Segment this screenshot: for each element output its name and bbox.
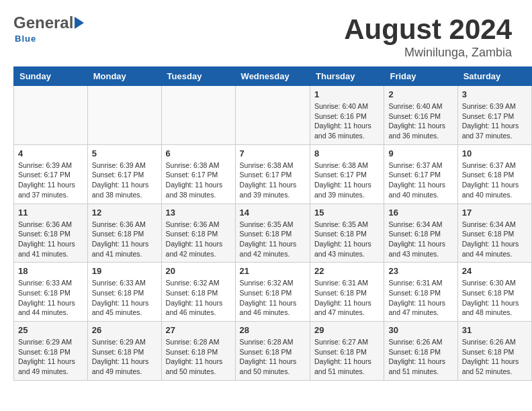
calendar-wrapper: Sunday Monday Tuesday Wednesday Thursday… xyxy=(0,66,532,387)
calendar-header-row: Sunday Monday Tuesday Wednesday Thursday… xyxy=(14,67,532,86)
title-section: August 2024 Mwinilunga, Zambia xyxy=(344,13,512,60)
day-info: Sunrise: 6:40 AM Sunset: 6:16 PM Dayligh… xyxy=(388,101,453,141)
table-row: 12Sunrise: 6:36 AM Sunset: 6:18 PM Dayli… xyxy=(87,203,161,263)
table-row: 22Sunrise: 6:31 AM Sunset: 6:18 PM Dayli… xyxy=(310,263,384,322)
day-number: 26 xyxy=(92,325,157,335)
day-info: Sunrise: 6:36 AM Sunset: 6:18 PM Dayligh… xyxy=(18,220,83,259)
table-row: 6Sunrise: 6:38 AM Sunset: 6:17 PM Daylig… xyxy=(161,144,235,203)
table-row: 17Sunrise: 6:34 AM Sunset: 6:18 PM Dayli… xyxy=(457,203,531,263)
page-header: General Blue August 2024 Mwinilunga, Zam… xyxy=(0,0,532,66)
day-info: Sunrise: 6:37 AM Sunset: 6:18 PM Dayligh… xyxy=(462,161,527,200)
day-info: Sunrise: 6:35 AM Sunset: 6:18 PM Dayligh… xyxy=(314,220,380,259)
day-info: Sunrise: 6:34 AM Sunset: 6:18 PM Dayligh… xyxy=(462,220,527,259)
logo-general-text: General xyxy=(13,13,73,32)
day-info: Sunrise: 6:38 AM Sunset: 6:17 PM Dayligh… xyxy=(314,161,380,200)
day-number: 14 xyxy=(240,208,306,218)
header-sunday: Sunday xyxy=(14,67,88,86)
day-info: Sunrise: 6:35 AM Sunset: 6:18 PM Dayligh… xyxy=(240,220,306,259)
day-info: Sunrise: 6:39 AM Sunset: 6:17 PM Dayligh… xyxy=(92,161,157,200)
table-row: 8Sunrise: 6:38 AM Sunset: 6:17 PM Daylig… xyxy=(310,144,384,203)
table-row: 3Sunrise: 6:39 AM Sunset: 6:17 PM Daylig… xyxy=(457,86,531,145)
day-number: 11 xyxy=(18,208,83,218)
header-wednesday: Wednesday xyxy=(235,67,310,86)
day-number: 2 xyxy=(388,89,453,99)
day-info: Sunrise: 6:28 AM Sunset: 6:18 PM Dayligh… xyxy=(240,337,306,377)
day-number: 1 xyxy=(314,89,380,99)
day-info: Sunrise: 6:26 AM Sunset: 6:18 PM Dayligh… xyxy=(462,337,527,377)
day-info: Sunrise: 6:26 AM Sunset: 6:18 PM Dayligh… xyxy=(388,337,453,377)
day-info: Sunrise: 6:31 AM Sunset: 6:18 PM Dayligh… xyxy=(388,278,453,318)
logo-blue-text: Blue xyxy=(15,34,36,44)
day-number: 17 xyxy=(462,208,527,218)
table-row: 15Sunrise: 6:35 AM Sunset: 6:18 PM Dayli… xyxy=(310,203,384,263)
day-number: 21 xyxy=(240,266,306,276)
table-row: 23Sunrise: 6:31 AM Sunset: 6:18 PM Dayli… xyxy=(384,263,457,322)
day-info: Sunrise: 6:38 AM Sunset: 6:17 PM Dayligh… xyxy=(240,161,306,200)
day-info: Sunrise: 6:39 AM Sunset: 6:17 PM Dayligh… xyxy=(462,101,527,141)
day-info: Sunrise: 6:29 AM Sunset: 6:18 PM Dayligh… xyxy=(18,337,83,377)
day-info: Sunrise: 6:31 AM Sunset: 6:18 PM Dayligh… xyxy=(314,278,380,318)
calendar-week-3: 11Sunrise: 6:36 AM Sunset: 6:18 PM Dayli… xyxy=(14,203,532,263)
table-row: 28Sunrise: 6:28 AM Sunset: 6:18 PM Dayli… xyxy=(235,322,310,381)
day-number: 20 xyxy=(166,266,231,276)
table-row: 31Sunrise: 6:26 AM Sunset: 6:18 PM Dayli… xyxy=(457,322,531,381)
day-number: 19 xyxy=(92,266,157,276)
day-number: 28 xyxy=(240,325,306,335)
table-row: 18Sunrise: 6:33 AM Sunset: 6:18 PM Dayli… xyxy=(14,263,88,322)
calendar-week-5: 25Sunrise: 6:29 AM Sunset: 6:18 PM Dayli… xyxy=(14,322,532,381)
table-row xyxy=(235,86,310,145)
day-number: 29 xyxy=(314,325,380,335)
day-number: 22 xyxy=(314,266,380,276)
day-info: Sunrise: 6:32 AM Sunset: 6:18 PM Dayligh… xyxy=(166,278,231,318)
day-info: Sunrise: 6:39 AM Sunset: 6:17 PM Dayligh… xyxy=(18,161,83,200)
day-info: Sunrise: 6:28 AM Sunset: 6:18 PM Dayligh… xyxy=(166,337,231,377)
day-info: Sunrise: 6:37 AM Sunset: 6:17 PM Dayligh… xyxy=(388,161,453,200)
day-info: Sunrise: 6:36 AM Sunset: 6:18 PM Dayligh… xyxy=(166,220,231,259)
day-number: 12 xyxy=(92,208,157,218)
table-row: 5Sunrise: 6:39 AM Sunset: 6:17 PM Daylig… xyxy=(87,144,161,203)
day-number: 31 xyxy=(462,325,527,335)
calendar-week-4: 18Sunrise: 6:33 AM Sunset: 6:18 PM Dayli… xyxy=(14,263,532,322)
day-number: 9 xyxy=(388,148,453,158)
day-info: Sunrise: 6:34 AM Sunset: 6:18 PM Dayligh… xyxy=(388,220,453,259)
day-info: Sunrise: 6:30 AM Sunset: 6:18 PM Dayligh… xyxy=(462,278,527,318)
table-row: 27Sunrise: 6:28 AM Sunset: 6:18 PM Dayli… xyxy=(161,322,235,381)
calendar-week-2: 4Sunrise: 6:39 AM Sunset: 6:17 PM Daylig… xyxy=(14,144,532,203)
table-row: 1Sunrise: 6:40 AM Sunset: 6:16 PM Daylig… xyxy=(310,86,384,145)
month-year-title: August 2024 xyxy=(344,13,512,46)
day-number: 3 xyxy=(462,89,527,99)
day-number: 15 xyxy=(314,208,380,218)
day-number: 8 xyxy=(314,148,380,158)
table-row: 26Sunrise: 6:29 AM Sunset: 6:18 PM Dayli… xyxy=(87,322,161,381)
table-row: 10Sunrise: 6:37 AM Sunset: 6:18 PM Dayli… xyxy=(457,144,531,203)
day-info: Sunrise: 6:36 AM Sunset: 6:18 PM Dayligh… xyxy=(92,220,157,259)
table-row: 29Sunrise: 6:27 AM Sunset: 6:18 PM Dayli… xyxy=(310,322,384,381)
header-tuesday: Tuesday xyxy=(161,67,235,86)
table-row: 24Sunrise: 6:30 AM Sunset: 6:18 PM Dayli… xyxy=(457,263,531,322)
day-number: 4 xyxy=(18,148,83,158)
day-number: 23 xyxy=(388,266,453,276)
table-row: 14Sunrise: 6:35 AM Sunset: 6:18 PM Dayli… xyxy=(235,203,310,263)
day-number: 24 xyxy=(462,266,527,276)
header-friday: Friday xyxy=(384,67,457,86)
page-container: General Blue August 2024 Mwinilunga, Zam… xyxy=(0,0,532,387)
day-info: Sunrise: 6:32 AM Sunset: 6:18 PM Dayligh… xyxy=(240,278,306,318)
header-saturday: Saturday xyxy=(457,67,531,86)
day-number: 27 xyxy=(166,325,231,335)
table-row: 2Sunrise: 6:40 AM Sunset: 6:16 PM Daylig… xyxy=(384,86,457,145)
calendar-table: Sunday Monday Tuesday Wednesday Thursday… xyxy=(13,66,532,381)
calendar-week-1: 1Sunrise: 6:40 AM Sunset: 6:16 PM Daylig… xyxy=(14,86,532,145)
day-number: 30 xyxy=(388,325,453,335)
day-number: 6 xyxy=(166,148,231,158)
table-row xyxy=(161,86,235,145)
table-row: 30Sunrise: 6:26 AM Sunset: 6:18 PM Dayli… xyxy=(384,322,457,381)
header-monday: Monday xyxy=(87,67,161,86)
day-info: Sunrise: 6:33 AM Sunset: 6:18 PM Dayligh… xyxy=(92,278,157,318)
day-info: Sunrise: 6:33 AM Sunset: 6:18 PM Dayligh… xyxy=(18,278,83,318)
table-row: 19Sunrise: 6:33 AM Sunset: 6:18 PM Dayli… xyxy=(87,263,161,322)
table-row xyxy=(87,86,161,145)
table-row: 20Sunrise: 6:32 AM Sunset: 6:18 PM Dayli… xyxy=(161,263,235,322)
day-info: Sunrise: 6:38 AM Sunset: 6:17 PM Dayligh… xyxy=(166,161,231,200)
day-number: 5 xyxy=(92,148,157,158)
table-row: 21Sunrise: 6:32 AM Sunset: 6:18 PM Dayli… xyxy=(235,263,310,322)
